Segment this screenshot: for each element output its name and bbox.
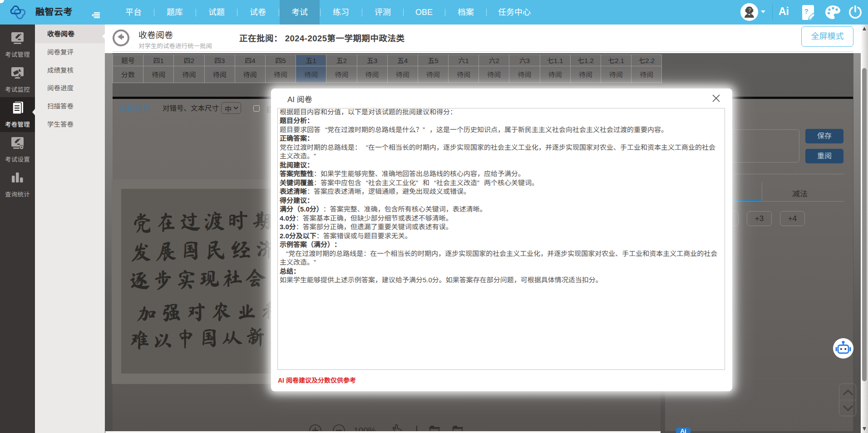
svg-text:?: ? xyxy=(804,7,808,15)
